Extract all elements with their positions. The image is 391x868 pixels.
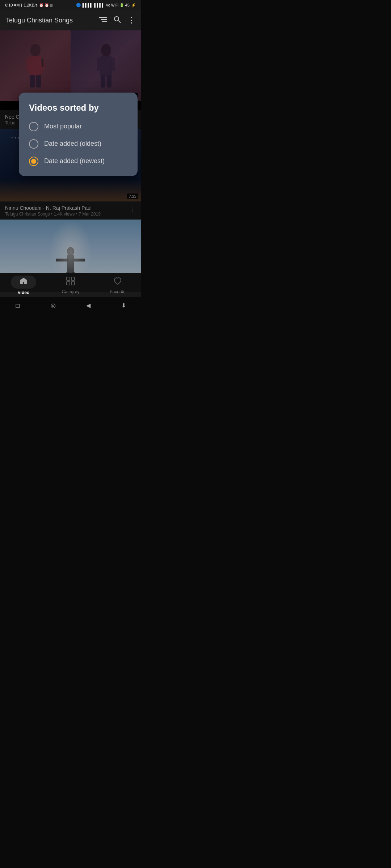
sort-icon[interactable] — [99, 16, 107, 25]
status-bar: 6:10 AM | 1.2KB/s ⏰ ⏰ ⊟ 🔵 ▌▌▌▌ ▌▌▌▌ Vo W… — [0, 0, 141, 10]
network-speed: | — [21, 3, 22, 7]
radio-selected-dot — [31, 159, 36, 164]
system-nav-bar: ◻ ◎ ◀ ⬇ — [0, 297, 141, 313]
header-title: Telugu Christian Songs — [6, 17, 99, 24]
status-left: 6:10 AM | 1.2KB/s ⏰ ⏰ ⊟ — [5, 3, 52, 7]
header-icons: ⋮ — [99, 16, 135, 25]
signal-bars: ▌▌▌▌ — [83, 3, 93, 7]
battery-value: 45 — [125, 3, 130, 7]
svg-point-3 — [114, 17, 119, 21]
sort-label-date-oldest: Date added (oldest) — [44, 140, 101, 148]
search-icon[interactable] — [114, 16, 121, 25]
sort-label-most-popular: Most popular — [44, 123, 82, 130]
sort-dialog: Videos sorted by Most popular Date added… — [19, 93, 138, 176]
more-options-icon[interactable]: ⋮ — [127, 16, 135, 25]
radio-circle-3 — [29, 157, 38, 166]
sort-label-date-newest: Date added (newest) — [44, 157, 105, 165]
sort-option-most-popular[interactable]: Most popular — [29, 122, 127, 131]
svg-line-4 — [118, 21, 121, 23]
battery-icon: ⚡ — [131, 3, 136, 8]
status-right: 🔵 ▌▌▌▌ ▌▌▌▌ Vo WiFi 🔋 45 ⚡ — [76, 3, 136, 8]
alarm-icon: ⏰ ⏰ ⊟ — [39, 3, 53, 7]
radio-circle-1 — [29, 122, 38, 131]
signal-bars-2: ▌▌▌▌ — [94, 3, 104, 7]
sort-option-date-oldest[interactable]: Date added (oldest) — [29, 139, 127, 149]
radio-circle-2 — [29, 139, 38, 149]
system-square-btn[interactable]: ◻ — [15, 302, 20, 309]
system-back-btn[interactable]: ◀ — [86, 302, 91, 309]
wifi-icon: Vo WiFi 🔋 — [106, 3, 124, 7]
content-area: 5:35 నీ నాక ను శకి గలది - నా తోపకు నిత న… — [0, 30, 141, 292]
sort-option-date-newest[interactable]: Date added (newest) — [29, 157, 127, 166]
system-down-btn[interactable]: ⬇ — [121, 302, 126, 309]
system-home-btn[interactable]: ◎ — [51, 302, 56, 309]
header: Telugu Christian Songs ⋮ — [0, 10, 141, 30]
network-speed-value: 1.2KB/s — [24, 3, 38, 7]
time: 6:10 AM — [5, 3, 20, 7]
bluetooth-icon: 🔵 — [76, 3, 81, 8]
dialog-title: Videos sorted by — [29, 103, 127, 113]
